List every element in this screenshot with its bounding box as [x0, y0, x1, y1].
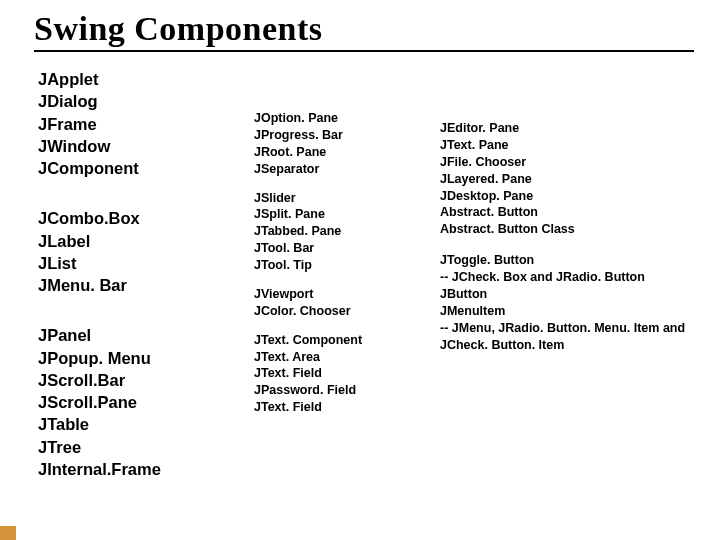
- col1-group-3: JPanel JPopup. Menu JScroll.Bar JScroll.…: [38, 324, 218, 480]
- list-item: JScroll.Pane: [38, 391, 218, 413]
- list-item: JText. Component: [254, 332, 430, 349]
- list-item: JText. Field: [254, 365, 430, 382]
- list-item: JTree: [38, 436, 218, 458]
- column-2: JOption. Pane JProgress. Bar JRoot. Pane…: [254, 110, 430, 428]
- corner-accent: [0, 526, 16, 540]
- list-item: -- JMenu, JRadio. Button. Menu. Item and…: [440, 320, 700, 354]
- list-item: JInternal.Frame: [38, 458, 218, 480]
- list-item: JDialog: [38, 90, 218, 112]
- list-item: JColor. Chooser: [254, 303, 430, 320]
- col1-group-1: JApplet JDialog JFrame JWindow JComponen…: [38, 68, 218, 179]
- list-item: JSlider: [254, 190, 430, 207]
- list-item: JWindow: [38, 135, 218, 157]
- list-item: JPopup. Menu: [38, 347, 218, 369]
- list-item: JSplit. Pane: [254, 206, 430, 223]
- list-item: JText. Field: [254, 399, 430, 416]
- list-item: JMenu. Bar: [38, 274, 218, 296]
- list-item: JApplet: [38, 68, 218, 90]
- col3-group-2: JToggle. Button -- JCheck. Box and JRadi…: [440, 252, 700, 353]
- column-3: JEditor. Pane JText. Pane JFile. Chooser…: [440, 120, 700, 367]
- list-item: JMenuItem: [440, 303, 700, 320]
- col2-group-1: JOption. Pane JProgress. Bar JRoot. Pane…: [254, 110, 430, 178]
- list-item: JToggle. Button: [440, 252, 700, 269]
- col3-group-1: JEditor. Pane JText. Pane JFile. Chooser…: [440, 120, 700, 238]
- page-title: Swing Components: [34, 10, 323, 48]
- list-item: JTabbed. Pane: [254, 223, 430, 240]
- col2-group-2: JSlider JSplit. Pane JTabbed. Pane JTool…: [254, 190, 430, 274]
- list-item: JTool. Tip: [254, 257, 430, 274]
- list-item: JSeparator: [254, 161, 430, 178]
- col1-group-2: JCombo.Box JLabel JList JMenu. Bar: [38, 207, 218, 296]
- list-item: JLabel: [38, 230, 218, 252]
- list-item: JComponent: [38, 157, 218, 179]
- list-item: JRoot. Pane: [254, 144, 430, 161]
- column-1: JApplet JDialog JFrame JWindow JComponen…: [38, 68, 218, 508]
- list-item: Abstract. Button Class: [440, 221, 700, 238]
- list-item: JText. Pane: [440, 137, 700, 154]
- title-underline: [34, 50, 694, 52]
- list-item: JFrame: [38, 113, 218, 135]
- list-item: JScroll.Bar: [38, 369, 218, 391]
- list-item: JOption. Pane: [254, 110, 430, 127]
- list-item: JEditor. Pane: [440, 120, 700, 137]
- list-item: JList: [38, 252, 218, 274]
- list-item: JText. Area: [254, 349, 430, 366]
- list-item: JDesktop. Pane: [440, 188, 700, 205]
- list-item: JFile. Chooser: [440, 154, 700, 171]
- list-item: JTool. Bar: [254, 240, 430, 257]
- col2-group-4: JText. Component JText. Area JText. Fiel…: [254, 332, 430, 416]
- list-item: JPassword. Field: [254, 382, 430, 399]
- list-item: -- JCheck. Box and JRadio. Button: [440, 269, 700, 286]
- list-item: Abstract. Button: [440, 204, 700, 221]
- list-item: JTable: [38, 413, 218, 435]
- col2-group-3: JViewport JColor. Chooser: [254, 286, 430, 320]
- list-item: JViewport: [254, 286, 430, 303]
- list-item: JCombo.Box: [38, 207, 218, 229]
- list-item: JPanel: [38, 324, 218, 346]
- list-item: JProgress. Bar: [254, 127, 430, 144]
- list-item: JButton: [440, 286, 700, 303]
- list-item: JLayered. Pane: [440, 171, 700, 188]
